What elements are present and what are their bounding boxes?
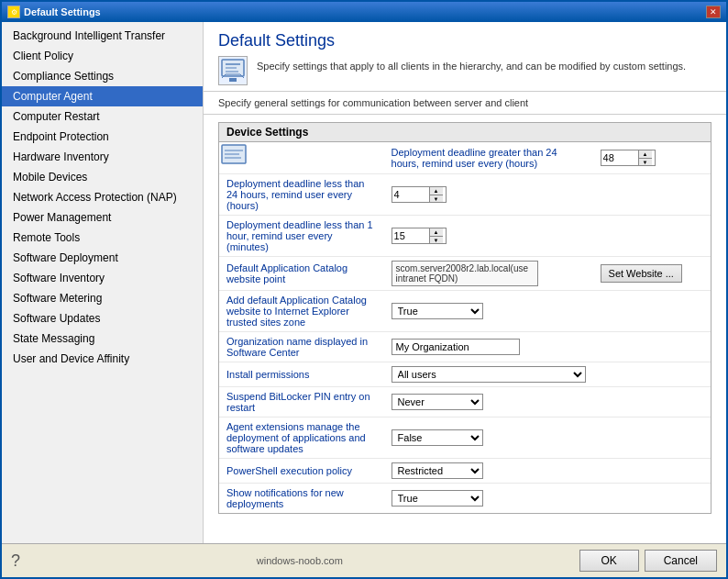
sidebar-item-endpoint-protection[interactable]: Endpoint Protection bbox=[2, 127, 203, 147]
dropdown-4[interactable]: TrueFalse bbox=[392, 303, 483, 319]
table-row: Install permissionsAll usersOnly adminis… bbox=[219, 362, 711, 387]
setting-label-5: Organization name displayed in Software … bbox=[219, 332, 384, 362]
spinbox-input-2[interactable] bbox=[392, 229, 429, 242]
text-input-5[interactable] bbox=[392, 339, 520, 355]
sidebar-item-software-inventory[interactable]: Software Inventory bbox=[2, 268, 203, 288]
sidebar-item-software-updates[interactable]: Software Updates bbox=[2, 308, 203, 328]
sidebar-item-client-policy[interactable]: Client Policy bbox=[2, 46, 203, 66]
setting-label-8: Agent extensions manage the deployment o… bbox=[219, 418, 384, 459]
setting-label-9: PowerShell execution policy bbox=[219, 459, 384, 484]
spinbox-input-0[interactable] bbox=[601, 151, 638, 164]
sidebar-item-background-intelligent-transfer[interactable]: Background Intelligent Transfer bbox=[2, 26, 203, 46]
table-row: Default Application Catalog website poin… bbox=[219, 257, 711, 291]
panel-description: Specify settings that apply to all clien… bbox=[257, 56, 686, 73]
spinbox-down-0[interactable]: ▼ bbox=[639, 158, 652, 165]
set-website-button[interactable]: Set Website ... bbox=[601, 264, 682, 283]
table-row: Deployment deadline less than 1 hour, re… bbox=[219, 216, 711, 257]
title-bar-left: ⚙ Default Settings bbox=[7, 6, 101, 18]
spinbox-1[interactable]: ▲▼ bbox=[392, 186, 447, 203]
spinbox-up-2[interactable]: ▲ bbox=[430, 228, 443, 236]
spinbox-up-0[interactable]: ▲ bbox=[639, 150, 652, 158]
spinbox-2[interactable]: ▲▼ bbox=[392, 228, 447, 244]
sidebar: Background Intelligent TransferClient Po… bbox=[2, 22, 204, 543]
sidebar-item-compliance-settings[interactable]: Compliance Settings bbox=[2, 66, 203, 86]
bottom-bar: ? windows-noob.com OK Cancel bbox=[2, 543, 726, 577]
sidebar-item-software-deployment[interactable]: Software Deployment bbox=[2, 248, 203, 268]
sidebar-item-mobile-devices[interactable]: Mobile Devices bbox=[2, 167, 203, 187]
spinbox-input-1[interactable] bbox=[392, 188, 429, 201]
table-row: Agent extensions manage the deployment o… bbox=[219, 418, 711, 459]
spinbox-down-1[interactable]: ▼ bbox=[430, 195, 443, 202]
url-display-3: scom.server2008r2.lab.local(use intranet… bbox=[392, 261, 538, 286]
panel-desc-row: Specify settings that apply to all clien… bbox=[218, 56, 711, 85]
sidebar-item-remote-tools[interactable]: Remote Tools bbox=[2, 228, 203, 248]
table-row: PowerShell execution policyRestrictedAll… bbox=[219, 459, 711, 484]
main-content: Background Intelligent TransferClient Po… bbox=[2, 22, 726, 543]
window-title: Default Settings bbox=[24, 6, 101, 17]
panel-header: Default Settings Specify settings that a… bbox=[204, 22, 726, 92]
spinbox-up-1[interactable]: ▲ bbox=[430, 187, 443, 195]
table-row: Show notifications for new deploymentsTr… bbox=[219, 484, 711, 514]
table-row: Add default Application Catalog website … bbox=[219, 291, 711, 332]
row-icon-cell bbox=[219, 142, 384, 174]
device-settings-title: Device Settings bbox=[219, 123, 711, 142]
sidebar-item-power-management[interactable]: Power Management bbox=[2, 207, 203, 228]
panel-title: Default Settings bbox=[218, 31, 711, 50]
cancel-button[interactable]: Cancel bbox=[645, 550, 717, 572]
window-icon: ⚙ bbox=[7, 6, 20, 18]
dialog-buttons: OK Cancel bbox=[579, 550, 717, 572]
setting-label-10: Show notifications for new deployments bbox=[219, 484, 384, 514]
spinbox-0[interactable]: ▲▼ bbox=[601, 150, 656, 166]
dropdown-10[interactable]: TrueFalse bbox=[392, 490, 483, 507]
device-settings-group: Device Settings Deployment deadline grea… bbox=[218, 122, 711, 514]
sidebar-item-hardware-inventory[interactable]: Hardware Inventory bbox=[2, 147, 203, 167]
sidebar-item-software-metering[interactable]: Software Metering bbox=[2, 288, 203, 308]
sidebar-item-network-access-protection[interactable]: Network Access Protection (NAP) bbox=[2, 187, 203, 207]
settings-area: Device Settings Deployment deadline grea… bbox=[204, 115, 726, 543]
setting-label-7: Suspend BitLocker PIN entry on restart bbox=[219, 387, 384, 418]
setting-label-1: Deployment deadline less than 24 hours, … bbox=[219, 174, 384, 216]
settings-table: Deployment deadline greater than 24 hour… bbox=[219, 142, 711, 513]
main-window: ⚙ Default Settings ✕ Background Intellig… bbox=[0, 0, 728, 579]
table-row: Deployment deadline less than 24 hours, … bbox=[219, 174, 711, 216]
svg-rect-4 bbox=[229, 78, 237, 82]
deployment-icon bbox=[221, 144, 247, 170]
sidebar-item-computer-agent[interactable]: Computer Agent bbox=[2, 86, 203, 106]
dropdown-9[interactable]: RestrictedAllSignedBypass bbox=[392, 462, 483, 479]
sidebar-item-state-messaging[interactable]: State Messaging bbox=[2, 328, 203, 349]
dropdown-8[interactable]: TrueFalse bbox=[392, 429, 483, 446]
ok-button[interactable]: OK bbox=[579, 550, 639, 572]
setting-label-3: Default Application Catalog website poin… bbox=[219, 257, 384, 291]
close-button[interactable]: ✕ bbox=[706, 6, 721, 18]
help-icon[interactable]: ? bbox=[11, 551, 20, 571]
watermark: windows-noob.com bbox=[257, 555, 343, 566]
panel-icon bbox=[218, 56, 248, 85]
spinbox-down-2[interactable]: ▼ bbox=[430, 236, 443, 243]
right-panel: Default Settings Specify settings that a… bbox=[204, 22, 726, 543]
sidebar-item-user-device-affinity[interactable]: User and Device Affinity bbox=[2, 349, 203, 369]
dropdown-6[interactable]: All usersOnly administratorsOnly adminis… bbox=[392, 366, 586, 383]
setting-label-0: Deployment deadline greater than 24 hour… bbox=[384, 142, 593, 174]
table-row: Organization name displayed in Software … bbox=[219, 332, 711, 362]
table-row: Suspend BitLocker PIN entry on restartNe… bbox=[219, 387, 711, 418]
setting-label-6: Install permissions bbox=[219, 362, 384, 387]
title-bar: ⚙ Default Settings ✕ bbox=[2, 2, 726, 22]
section-description: Specify general settings for communicati… bbox=[204, 92, 726, 115]
setting-label-4: Add default Application Catalog website … bbox=[219, 291, 384, 332]
sidebar-item-computer-restart[interactable]: Computer Restart bbox=[2, 106, 203, 127]
setting-label-2: Deployment deadline less than 1 hour, re… bbox=[219, 216, 384, 257]
dropdown-7[interactable]: NeverAlwaysRequired bbox=[392, 394, 483, 410]
table-row: Deployment deadline greater than 24 hour… bbox=[219, 142, 711, 174]
